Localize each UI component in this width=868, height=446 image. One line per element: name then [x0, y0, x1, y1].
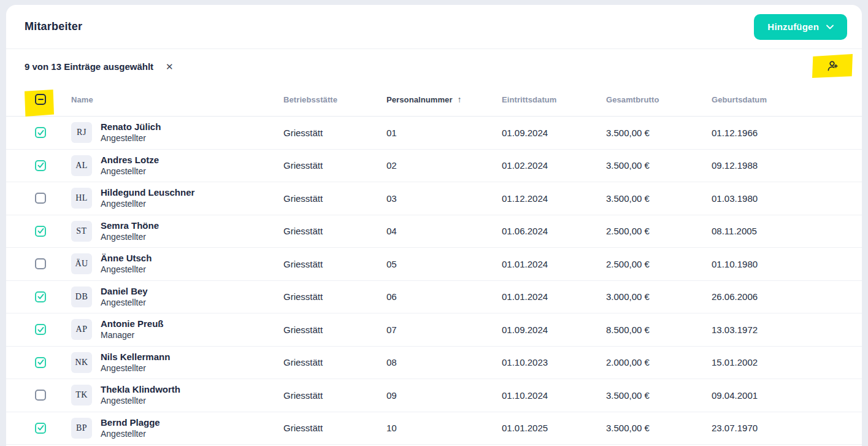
cell-site: Griesstätt: [283, 259, 386, 269]
employees-card: Mitarbeiter Hinzufügen 9 von 13 Einträge…: [6, 5, 862, 446]
cell-entry-date: 01.01.2024: [502, 291, 606, 302]
employee-name: Renato Jülich: [101, 121, 161, 133]
cell-site: Griesstätt: [283, 325, 386, 335]
cell-birth-date: 09.12.1988: [712, 160, 850, 171]
employee-role: Angestellter: [101, 199, 194, 209]
avatar: AL: [71, 155, 92, 176]
cell-personnel-number: 08: [386, 357, 502, 367]
avatar: AP: [71, 319, 92, 340]
checkmark-icon: [37, 228, 44, 234]
column-header-geburtsdatum[interactable]: Geburtsdatum: [712, 95, 850, 104]
employee-role: Angestellter: [101, 133, 161, 144]
cell-birth-date: 01.03.1980: [712, 193, 850, 204]
column-header-gesamtbrutto[interactable]: Gesamtbrutto: [606, 95, 712, 104]
cell-site: Griesstätt: [283, 160, 386, 171]
table-row[interactable]: DB Daniel Bey Angestellter Griesstätt 06…: [6, 281, 862, 314]
row-checkbox[interactable]: [35, 357, 46, 368]
row-checkbox[interactable]: [35, 127, 46, 138]
table-row[interactable]: NK Nils Kellermann Angestellter Griesstä…: [6, 347, 862, 380]
cell-entry-date: 01.10.2024: [502, 390, 606, 401]
card-header: Mitarbeiter Hinzufügen: [6, 5, 862, 49]
cell-entry-date: 01.06.2024: [502, 226, 606, 236]
employee-name: Hildegund Leuschner: [101, 187, 194, 198]
avatar: ST: [71, 221, 92, 242]
cell-birth-date: 26.06.2006: [712, 291, 850, 302]
checkmark-icon: [37, 359, 44, 365]
selection-bar: 9 von 13 Einträge ausgewählt ✕: [6, 49, 862, 83]
table-row[interactable]: RJ Renato Jülich Angestellter Griesstätt…: [6, 117, 862, 150]
table-row[interactable]: BP Bernd Plagge Angestellter Griesstätt …: [6, 412, 862, 445]
cell-site: Griesstätt: [283, 357, 386, 367]
employee-role: Angestellter: [101, 363, 170, 374]
cell-personnel-number: 03: [386, 193, 502, 204]
employee-role: Manager: [101, 330, 164, 340]
cell-site: Griesstätt: [283, 128, 386, 138]
column-header-betriebsstätte[interactable]: Betriebsstätte: [283, 95, 386, 104]
add-employee-button[interactable]: Hinzufügen: [754, 14, 847, 40]
avatar: ÄU: [71, 253, 92, 274]
table-row[interactable]: HL Hildegund Leuschner Angestellter Grie…: [6, 182, 862, 215]
employee-role: Angestellter: [101, 396, 180, 406]
cell-gross: 8.500,00 €: [606, 325, 712, 335]
employee-role: Angestellter: [101, 232, 159, 242]
row-checkbox[interactable]: [35, 390, 46, 401]
table-row[interactable]: ÄU Änne Utsch Angestellter Griesstätt 05…: [6, 248, 862, 281]
chevron-down-icon: [826, 25, 834, 29]
avatar: NK: [71, 352, 92, 373]
cell-gross: 3.500,00 €: [606, 160, 712, 171]
checkmark-icon: [37, 130, 44, 136]
cell-entry-date: 01.10.2023: [502, 357, 606, 367]
row-checkbox[interactable]: [35, 258, 46, 269]
cell-site: Griesstätt: [283, 423, 386, 433]
cell-site: Griesstätt: [283, 390, 386, 401]
avatar-initials: AL: [75, 161, 88, 171]
row-checkbox[interactable]: [35, 193, 46, 204]
employee-name: Bernd Plagge: [101, 417, 160, 428]
row-checkbox[interactable]: [35, 423, 46, 434]
column-header-name[interactable]: Name: [71, 95, 283, 104]
avatar: RJ: [71, 122, 92, 143]
avatar-initials: ÄU: [75, 259, 88, 269]
cell-personnel-number: 06: [386, 291, 502, 302]
cell-birth-date: 13.03.1972: [712, 325, 850, 335]
cell-personnel-number: 04: [386, 226, 502, 236]
cell-personnel-number: 10: [386, 423, 502, 433]
row-checkbox[interactable]: [35, 291, 46, 302]
table-body: RJ Renato Jülich Angestellter Griesstätt…: [6, 117, 862, 445]
table-row[interactable]: AP Antonie Preuß Manager Griesstätt 07 0…: [6, 313, 862, 347]
sort-ascending-icon: ↑: [458, 94, 462, 104]
cell-gross: 3.500,00 €: [606, 193, 712, 204]
clear-selection-button[interactable]: ✕: [166, 62, 174, 71]
checkmark-icon: [37, 163, 44, 168]
column-header-eintrittsdatum[interactable]: Eintrittsdatum: [502, 95, 606, 104]
column-header-personalnummer[interactable]: Personalnummer↑: [386, 94, 502, 104]
avatar-initials: ST: [76, 226, 86, 236]
cell-birth-date: 09.04.2001: [712, 390, 850, 401]
avatar-initials: NK: [75, 358, 88, 367]
table-row[interactable]: AL Andres Lotze Angestellter Griesstätt …: [6, 150, 862, 183]
select-all-checkbox[interactable]: [35, 94, 46, 105]
avatar: BP: [71, 418, 92, 439]
employee-role: Angestellter: [101, 429, 160, 439]
table-row[interactable]: ST Semra Thöne Angestellter Griesstätt 0…: [6, 215, 862, 248]
cell-entry-date: 01.09.2024: [502, 128, 606, 138]
add-person-to-selection-button[interactable]: [812, 54, 853, 78]
row-checkbox[interactable]: [35, 160, 46, 171]
employee-name: Andres Lotze: [101, 155, 159, 166]
cell-personnel-number: 01: [386, 128, 502, 138]
cell-entry-date: 01.12.2024: [502, 193, 606, 204]
cell-gross: 3.000,00 €: [606, 291, 712, 302]
cell-gross: 3.500,00 €: [606, 390, 712, 401]
avatar-initials: DB: [75, 292, 88, 302]
cell-gross: 2.500,00 €: [606, 259, 712, 269]
employee-role: Angestellter: [101, 298, 148, 308]
employee-name: Thekla Klindworth: [101, 384, 180, 395]
cell-personnel-number: 05: [386, 259, 502, 269]
avatar: HL: [71, 188, 92, 209]
row-checkbox[interactable]: [35, 324, 46, 335]
table-row[interactable]: TK Thekla Klindworth Angestellter Griess…: [6, 379, 862, 412]
employee-name: Änne Utsch: [101, 253, 152, 264]
checkmark-icon: [37, 327, 44, 333]
row-checkbox[interactable]: [35, 226, 46, 237]
employee-name: Semra Thöne: [101, 220, 159, 231]
